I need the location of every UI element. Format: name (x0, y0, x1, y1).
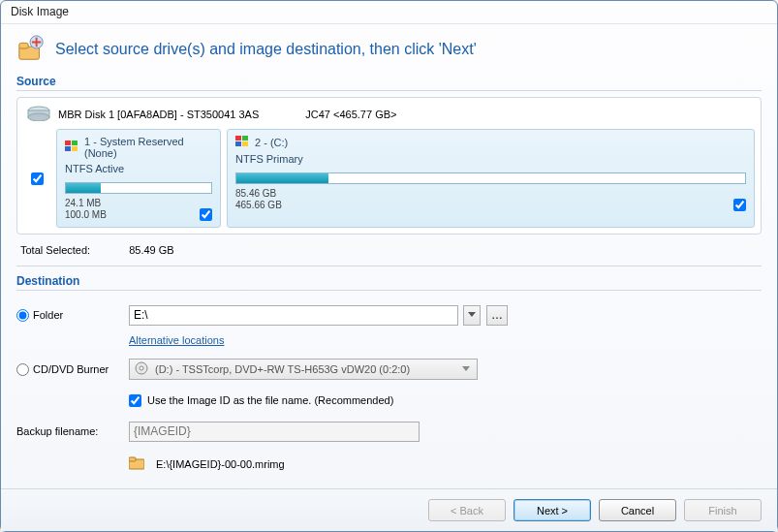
next-button[interactable]: Next > (513, 499, 591, 521)
svg-rect-8 (65, 146, 71, 151)
optical-drive-icon (134, 360, 149, 378)
partition-1[interactable]: 1 - System Reserved (None) NTFS Active 2… (56, 129, 221, 228)
svg-rect-6 (65, 141, 71, 145)
finish-button[interactable]: Finish (684, 499, 762, 521)
disk-panel: MBR Disk 1 [0AFA8ADB] - ST350041 3AS JC4… (16, 97, 762, 235)
svg-rect-17 (129, 457, 136, 461)
content-area: Select source drive(s) and image destina… (1, 24, 777, 488)
partition-2-used: 85.46 GB (235, 188, 282, 200)
total-selected-row: Total Selected: 85.49 GB (16, 235, 762, 266)
partition-1-total: 100.0 MB (65, 209, 107, 221)
source-section-label: Source (16, 75, 762, 91)
burner-radio-label: CD/DVD Burner (33, 363, 109, 375)
chevron-down-icon (457, 360, 475, 378)
svg-rect-7 (72, 141, 78, 145)
partition-2-total: 465.66 GB (235, 200, 282, 211)
burner-radio[interactable] (16, 363, 29, 376)
window-title: Disk Image (1, 1, 777, 24)
disk-select-checkbox[interactable] (31, 172, 44, 185)
browse-button[interactable]: … (486, 305, 508, 326)
partition-2[interactable]: 2 - (C:) NTFS Primary 85.46 GB 465.66 GB (227, 129, 755, 228)
disk-image-icon (16, 34, 46, 65)
cancel-button[interactable]: Cancel (599, 499, 676, 521)
partition-2-fs: NTFS Primary (235, 153, 746, 165)
alternative-locations-link[interactable]: Alternative locations (129, 334, 224, 346)
folder-icon (129, 456, 144, 472)
use-imageid-row[interactable]: Use the Image ID as the file name. (Reco… (129, 394, 393, 407)
svg-point-5 (28, 113, 49, 121)
svg-rect-1 (19, 43, 28, 48)
hard-drive-icon (27, 106, 50, 123)
svg-rect-10 (235, 136, 241, 141)
total-selected-label: Total Selected: (20, 244, 90, 256)
partition-1-title: 1 - System Reserved (None) (84, 136, 212, 159)
backup-filename-label: Backup filename: (16, 425, 98, 437)
button-bar: < Back Next > Cancel Finish (1, 488, 777, 531)
total-selected-value: 85.49 GB (129, 244, 173, 256)
svg-rect-9 (72, 146, 78, 151)
use-imageid-checkbox[interactable] (129, 394, 141, 407)
partition-2-checkbox[interactable] (733, 199, 746, 211)
partition-2-title: 2 - (C:) (255, 137, 288, 148)
destination-section-label: Destination (16, 274, 762, 291)
partition-1-checkbox[interactable] (200, 208, 212, 221)
backup-filename-input[interactable] (129, 422, 420, 442)
back-button[interactable]: < Back (428, 499, 506, 521)
header: Select source drive(s) and image destina… (16, 34, 762, 65)
use-imageid-label: Use the Image ID as the file name. (Reco… (147, 394, 393, 406)
folder-radio-row[interactable]: Folder (16, 309, 123, 322)
burner-radio-row[interactable]: CD/DVD Burner (16, 363, 123, 376)
disk-name: MBR Disk 1 [0AFA8ADB] - ST350041 3AS (58, 109, 259, 120)
folder-path-input[interactable] (129, 305, 458, 326)
windows-flag-icon (235, 136, 249, 149)
folder-radio-label: Folder (33, 309, 63, 321)
windows-flag-icon (65, 141, 78, 154)
destination-panel: Folder … Alternative locations CD/DVD Bu… (16, 297, 762, 477)
partition-1-usage-bar (65, 182, 212, 194)
page-title: Select source drive(s) and image destina… (55, 41, 477, 58)
svg-rect-13 (242, 141, 248, 146)
partition-1-used: 24.1 MB (65, 198, 107, 209)
svg-rect-11 (242, 136, 248, 141)
disk-header: MBR Disk 1 [0AFA8ADB] - ST350041 3AS JC4… (23, 104, 755, 129)
result-path: E:\{IMAGEID}-00-00.mrimg (156, 458, 285, 470)
wizard-window: Disk Image Select source drive(s) and im… (0, 0, 778, 532)
burner-value: (D:) - TSSTcorp, DVD+-RW TS-H653G vDW20 … (155, 363, 410, 375)
folder-dropdown-button[interactable] (463, 305, 481, 326)
svg-point-15 (140, 366, 143, 370)
partition-1-fs: NTFS Active (65, 163, 212, 174)
burner-select[interactable]: (D:) - TSSTcorp, DVD+-RW TS-H653G vDW20 … (129, 359, 478, 380)
partition-2-usage-bar (235, 172, 746, 184)
folder-radio[interactable] (16, 309, 29, 322)
svg-rect-12 (235, 141, 241, 146)
disk-extra: JC47 <465.77 GB> (305, 109, 396, 120)
